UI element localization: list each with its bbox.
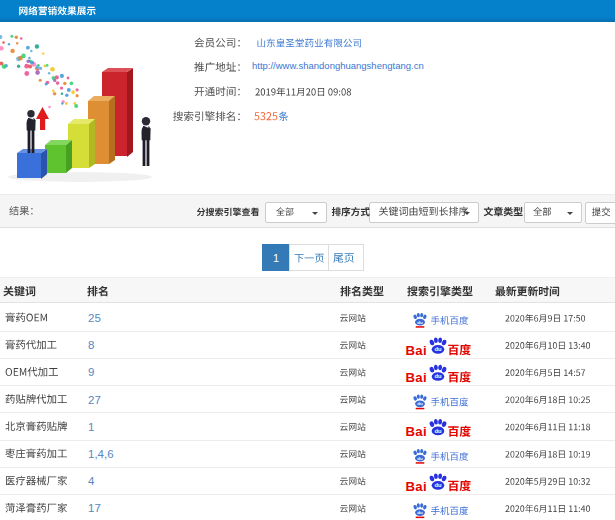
svg-text:du: du [417, 320, 423, 325]
svg-text:du: du [434, 482, 442, 488]
svg-text:Bai: Bai [406, 343, 427, 358]
svg-text:du: du [417, 401, 423, 406]
svg-text:Bai: Bai [406, 424, 427, 439]
svg-text:Bai: Bai [406, 479, 427, 494]
svg-text:du: du [417, 456, 423, 461]
svg-text:du: du [417, 510, 423, 515]
svg-text:du: du [434, 428, 442, 434]
svg-text:du: du [434, 373, 442, 379]
svg-text:Bai: Bai [406, 370, 427, 385]
svg-text:du: du [434, 346, 442, 352]
